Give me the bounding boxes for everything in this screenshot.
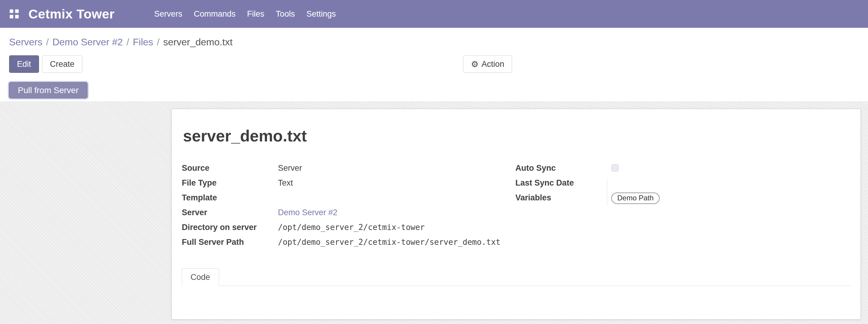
field-value-file-type: Text xyxy=(278,178,293,188)
field-value-full-path: /opt/demo_server_2/cetmix-tower/server_d… xyxy=(278,237,500,247)
field-value-source: Server xyxy=(278,163,302,173)
field-row-file-type: File Type Text xyxy=(182,178,502,193)
gear-icon: ⚙ xyxy=(471,59,478,69)
server-record-link[interactable]: Demo Server #2 xyxy=(278,208,338,217)
action-menu-button[interactable]: ⚙Action xyxy=(463,55,512,73)
menu-item-files[interactable]: Files xyxy=(241,0,270,28)
create-button[interactable]: Create xyxy=(42,55,82,73)
variable-tag: Demo Path xyxy=(611,193,660,204)
breadcrumb-separator: / xyxy=(123,37,133,47)
breadcrumb-link-demo-server[interactable]: Demo Server #2 xyxy=(52,37,123,47)
field-label-source: Source xyxy=(182,163,278,173)
field-row-server: Server Demo Server #2 xyxy=(182,208,502,222)
object-buttons-row: Pull from Server xyxy=(9,82,859,98)
menu-item-tools[interactable]: Tools xyxy=(270,0,301,28)
record-title: server_demo.txt xyxy=(183,126,861,146)
field-row-variables: Variables Demo Path xyxy=(515,193,848,208)
breadcrumb-current: server_demo.txt xyxy=(163,37,232,47)
menu-item-servers[interactable]: Servers xyxy=(149,0,188,28)
button-row: Edit Create ⚙Action xyxy=(9,55,859,73)
control-panel: Servers/Demo Server #2/Files/server_demo… xyxy=(0,28,868,101)
field-row-directory: Directory on server /opt/demo_server_2/c… xyxy=(182,222,502,237)
main-menu: Servers Commands Files Tools Settings xyxy=(149,0,342,28)
breadcrumb-link-files[interactable]: Files xyxy=(133,37,153,47)
field-group-right: Auto Sync Last Sync Date Variables Demo … xyxy=(515,163,848,252)
auto-sync-checkbox xyxy=(611,164,619,172)
field-label-auto-sync: Auto Sync xyxy=(515,163,611,173)
app-brand-title[interactable]: Cetmix Tower xyxy=(28,7,115,22)
action-label: Action xyxy=(482,60,504,69)
field-row-last-sync: Last Sync Date xyxy=(515,178,848,193)
notebook-tabs: Code xyxy=(182,268,850,286)
menu-item-commands[interactable]: Commands xyxy=(188,0,241,28)
field-row-auto-sync: Auto Sync xyxy=(515,163,848,178)
breadcrumb-separator: / xyxy=(42,37,52,47)
breadcrumb-separator: / xyxy=(153,37,163,47)
field-group-left: Source Server File Type Text Template Se… xyxy=(182,163,502,252)
field-value-directory: /opt/demo_server_2/cetmix-tower xyxy=(278,222,425,232)
pull-from-server-button[interactable]: Pull from Server xyxy=(9,82,87,98)
breadcrumb: Servers/Demo Server #2/Files/server_demo… xyxy=(9,37,859,47)
top-navbar: Cetmix Tower Servers Commands Files Tool… xyxy=(0,0,868,28)
field-label-directory: Directory on server xyxy=(182,222,278,232)
breadcrumb-link-servers[interactable]: Servers xyxy=(9,37,42,47)
field-label-last-sync: Last Sync Date xyxy=(515,178,611,188)
tab-code[interactable]: Code xyxy=(182,268,219,286)
apps-grid-icon[interactable] xyxy=(10,9,19,19)
form-sheet: server_demo.txt Source Server File Type … xyxy=(172,109,861,320)
field-row-template: Template xyxy=(182,193,502,208)
field-separator-line xyxy=(607,179,607,205)
content-area: server_demo.txt Source Server File Type … xyxy=(0,101,868,324)
notebook: Code xyxy=(182,268,850,286)
field-label-full-path: Full Server Path xyxy=(182,237,278,247)
field-row-source: Source Server xyxy=(182,163,502,178)
field-row-full-path: Full Server Path /opt/demo_server_2/cetm… xyxy=(182,237,502,252)
edit-button[interactable]: Edit xyxy=(9,55,39,73)
field-label-server: Server xyxy=(182,208,278,218)
field-label-file-type: File Type xyxy=(182,178,278,188)
field-label-template: Template xyxy=(182,193,278,203)
field-label-variables: Variables xyxy=(515,193,611,203)
field-grid: Source Server File Type Text Template Se… xyxy=(172,163,861,252)
menu-item-settings[interactable]: Settings xyxy=(301,0,342,28)
